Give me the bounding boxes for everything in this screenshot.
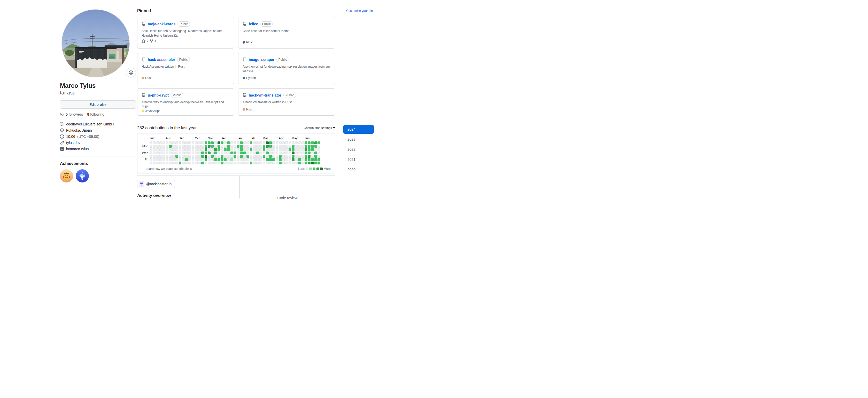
contribution-cell[interactable] bbox=[195, 158, 197, 161]
year-item-2024[interactable]: 2024 bbox=[343, 125, 374, 134]
contribution-cell[interactable] bbox=[298, 145, 301, 147]
contribution-cell[interactable] bbox=[263, 141, 266, 144]
contribution-cell[interactable] bbox=[276, 152, 278, 154]
contribution-cell[interactable] bbox=[230, 152, 233, 154]
contribution-cell[interactable] bbox=[305, 152, 307, 154]
badge-yolo[interactable] bbox=[60, 169, 73, 183]
contribution-cell[interactable] bbox=[246, 148, 249, 151]
contribution-cell[interactable] bbox=[253, 158, 256, 161]
contribution-cell[interactable] bbox=[256, 152, 259, 154]
contribution-cell[interactable] bbox=[159, 152, 162, 154]
contribution-cell[interactable] bbox=[263, 152, 266, 154]
contribution-cell[interactable] bbox=[317, 152, 320, 154]
contribution-cell[interactable] bbox=[166, 158, 169, 161]
contribution-cell[interactable] bbox=[214, 162, 217, 164]
contribution-cell[interactable] bbox=[153, 162, 156, 164]
contribution-cell[interactable] bbox=[302, 162, 304, 164]
set-status-button[interactable] bbox=[126, 68, 136, 77]
contribution-settings-dropdown[interactable]: Contribution settings bbox=[304, 126, 335, 130]
contribution-cell[interactable] bbox=[243, 158, 246, 161]
contribution-cell[interactable] bbox=[314, 148, 317, 151]
contribution-cell[interactable] bbox=[288, 158, 291, 161]
contribution-cell[interactable] bbox=[153, 158, 156, 161]
contribution-cell[interactable] bbox=[172, 145, 175, 147]
contribution-cell[interactable] bbox=[156, 162, 159, 164]
drag-grabber-icon[interactable] bbox=[327, 58, 331, 62]
contribution-cell[interactable] bbox=[292, 145, 294, 147]
contribution-cell[interactable] bbox=[205, 155, 208, 158]
contribution-cell[interactable] bbox=[272, 145, 275, 147]
contribution-cell[interactable] bbox=[195, 162, 197, 164]
contribution-cell[interactable] bbox=[311, 141, 314, 144]
contribution-cell[interactable] bbox=[234, 162, 237, 164]
contribution-cell[interactable] bbox=[266, 152, 269, 154]
contribution-cell[interactable] bbox=[234, 148, 237, 151]
contribution-cell[interactable] bbox=[253, 148, 256, 151]
contribution-cell[interactable] bbox=[188, 158, 191, 161]
contribution-cell[interactable] bbox=[221, 162, 223, 164]
contribution-cell[interactable] bbox=[250, 148, 253, 151]
contribution-cell[interactable] bbox=[205, 145, 208, 147]
contribution-cell[interactable] bbox=[253, 155, 256, 158]
contribution-cell[interactable] bbox=[234, 152, 237, 154]
contribution-cell[interactable] bbox=[305, 155, 307, 158]
contribution-cell[interactable] bbox=[246, 155, 249, 158]
contribution-cell[interactable] bbox=[240, 152, 243, 154]
contribution-cell[interactable] bbox=[159, 155, 162, 158]
contribution-cell[interactable] bbox=[256, 145, 259, 147]
contribution-cell[interactable] bbox=[172, 152, 175, 154]
contribution-cell[interactable] bbox=[253, 145, 256, 147]
contribution-cell[interactable] bbox=[185, 145, 188, 147]
contribution-cell[interactable] bbox=[166, 145, 169, 147]
contribution-cell[interactable] bbox=[259, 145, 262, 147]
contribution-cell[interactable] bbox=[150, 158, 152, 161]
contribution-cell[interactable] bbox=[153, 141, 156, 144]
contribution-cell[interactable] bbox=[317, 141, 320, 144]
contribution-cell[interactable] bbox=[176, 141, 178, 144]
drag-grabber-icon[interactable] bbox=[225, 58, 230, 62]
contribution-cell[interactable] bbox=[308, 155, 311, 158]
contribution-cell[interactable] bbox=[182, 145, 185, 147]
contribution-cell[interactable] bbox=[311, 148, 314, 151]
contribution-cell[interactable] bbox=[208, 158, 211, 161]
contribution-cell[interactable] bbox=[263, 148, 266, 151]
contribution-cell[interactable] bbox=[292, 155, 294, 158]
contribution-cell[interactable] bbox=[314, 162, 317, 164]
contribution-cell[interactable] bbox=[269, 148, 272, 151]
contribution-cell[interactable] bbox=[179, 155, 182, 158]
contribution-cell[interactable] bbox=[311, 155, 314, 158]
year-item-2021[interactable]: 2021 bbox=[343, 155, 374, 164]
contribution-cell[interactable] bbox=[195, 141, 197, 144]
contribution-cell[interactable] bbox=[295, 145, 298, 147]
contribution-cell[interactable] bbox=[169, 148, 172, 151]
contribution-cell[interactable] bbox=[198, 152, 201, 154]
contribution-cell[interactable] bbox=[227, 141, 230, 144]
contribution-cell[interactable] bbox=[214, 158, 217, 161]
contribution-cell[interactable] bbox=[188, 148, 191, 151]
contribution-cell[interactable] bbox=[302, 155, 304, 158]
contribution-cell[interactable] bbox=[279, 145, 282, 147]
contribution-cell[interactable] bbox=[221, 152, 223, 154]
contribution-cell[interactable] bbox=[298, 141, 301, 144]
contribution-cell[interactable] bbox=[285, 152, 288, 154]
contribution-cell[interactable] bbox=[198, 141, 201, 144]
contribution-cell[interactable] bbox=[205, 158, 208, 161]
contribution-cell[interactable] bbox=[169, 152, 172, 154]
contribution-cell[interactable] bbox=[188, 145, 191, 147]
contribution-cell[interactable] bbox=[237, 148, 240, 151]
contribution-cell[interactable] bbox=[150, 148, 152, 151]
contribution-cell[interactable] bbox=[272, 148, 275, 151]
contribution-cell[interactable] bbox=[166, 162, 169, 164]
contribution-cell[interactable] bbox=[285, 148, 288, 151]
contribution-cell[interactable] bbox=[259, 158, 262, 161]
contribution-cell[interactable] bbox=[288, 162, 291, 164]
contribution-cell[interactable] bbox=[288, 141, 291, 144]
contribution-cell[interactable] bbox=[198, 145, 201, 147]
contribution-cell[interactable] bbox=[230, 158, 233, 161]
contribution-cell[interactable] bbox=[246, 141, 249, 144]
linkedin-link[interactable]: in/marco-tylus bbox=[66, 147, 89, 151]
contribution-cell[interactable] bbox=[240, 145, 243, 147]
contribution-cell[interactable] bbox=[295, 141, 298, 144]
contribution-cell[interactable] bbox=[179, 162, 182, 164]
edit-profile-button[interactable]: Edit profile bbox=[60, 100, 136, 109]
